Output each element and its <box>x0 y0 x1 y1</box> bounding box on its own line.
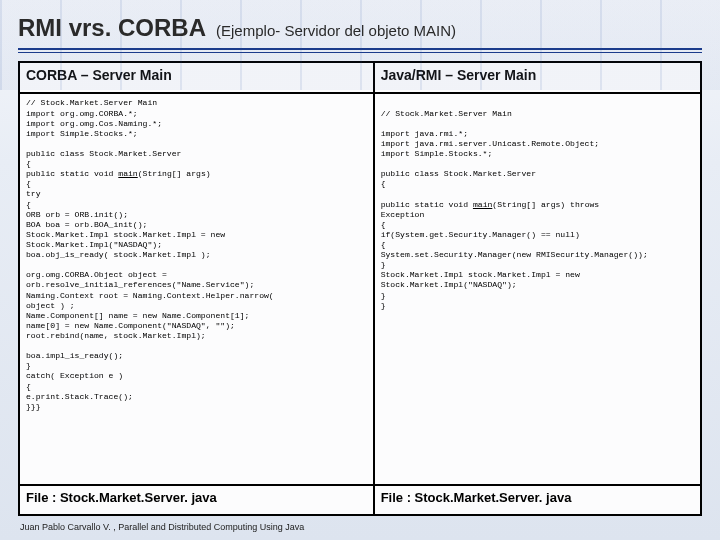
slide: RMI vrs. CORBA (Ejemplo- Servidor del ob… <box>0 0 720 540</box>
code-rmi-main: main <box>473 200 492 209</box>
code-rmi-post: (String[] args) throws Exception { if(Sy… <box>381 200 648 310</box>
title-underline-2 <box>18 52 702 53</box>
code-corba: // Stock.Market.Server Main import org.o… <box>19 93 374 484</box>
code-rmi-pre: // Stock.Market.Server Main import java.… <box>381 109 600 209</box>
table-header-row: CORBA – Server Main Java/RMI – Server Ma… <box>19 62 701 93</box>
slide-subtitle: (Ejemplo- Servidor del objeto MAIN) <box>216 22 456 39</box>
slide-title: RMI vrs. CORBA <box>18 14 206 42</box>
header-rmi: Java/RMI – Server Main <box>374 62 701 93</box>
footer-text: Juan Pablo Carvallo V. , Parallel and Di… <box>18 522 702 532</box>
code-corba-main: main <box>118 169 137 178</box>
comparison-table: CORBA – Server Main Java/RMI – Server Ma… <box>18 61 702 516</box>
code-rmi: // Stock.Market.Server Main import java.… <box>374 93 701 484</box>
file-rmi: File : Stock.Market.Server. java <box>374 485 701 515</box>
file-corba: File : Stock.Market.Server. java <box>19 485 374 515</box>
code-corba-pre: // Stock.Market.Server Main import org.o… <box>26 98 181 178</box>
header-corba: CORBA – Server Main <box>19 62 374 93</box>
title-underline-1 <box>18 48 702 50</box>
table-file-row: File : Stock.Market.Server. java File : … <box>19 485 701 515</box>
code-corba-post: (String[] args) { try { ORB orb = ORB.in… <box>26 169 274 411</box>
title-row: RMI vrs. CORBA (Ejemplo- Servidor del ob… <box>18 14 702 42</box>
table-code-row: // Stock.Market.Server Main import org.o… <box>19 93 701 484</box>
